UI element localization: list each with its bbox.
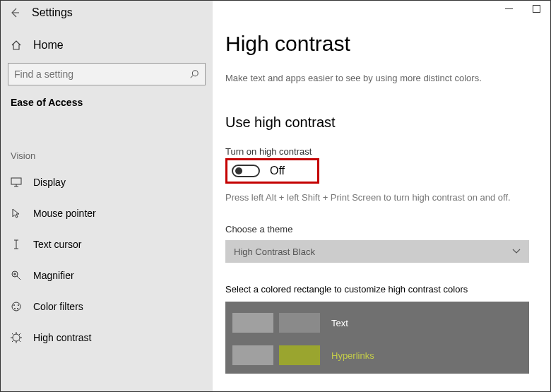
choose-theme-label: Choose a theme <box>225 224 550 234</box>
svg-point-17 <box>17 308 18 309</box>
svg-point-13 <box>12 302 20 311</box>
text-bg-swatch[interactable] <box>279 313 320 333</box>
high-contrast-icon <box>11 332 23 343</box>
swatch-label-hyperlinks: Hyperlinks <box>331 350 374 361</box>
text-cursor-icon <box>11 239 23 250</box>
page-title: High contrast <box>225 32 550 56</box>
home-icon <box>11 40 23 51</box>
color-filters-icon <box>11 301 23 312</box>
page-subtitle: Make text and apps easier to see by usin… <box>225 73 550 83</box>
sidebar-item-text-cursor[interactable]: Text cursor <box>1 229 213 260</box>
toggle-state-label: Off <box>270 165 285 177</box>
svg-line-24 <box>19 340 20 342</box>
search-input[interactable] <box>8 63 206 85</box>
svg-line-10 <box>17 276 20 280</box>
home-label: Home <box>33 39 64 52</box>
svg-line-2 <box>191 76 194 78</box>
cursor-icon <box>11 208 23 219</box>
magnifier-icon <box>11 270 23 281</box>
theme-selected-value: High Contrast Black <box>234 247 315 257</box>
svg-line-23 <box>12 333 13 335</box>
svg-point-14 <box>13 304 15 306</box>
home-nav[interactable]: Home <box>1 25 213 63</box>
sidebar-item-label: Text cursor <box>33 239 81 250</box>
sidebar-item-label: Mouse pointer <box>33 208 96 219</box>
customize-label: Select a colored rectangle to customize … <box>225 284 550 295</box>
svg-point-16 <box>14 308 16 309</box>
sidebar-item-magnifier[interactable]: Magnifier <box>1 260 213 291</box>
svg-rect-28 <box>533 6 540 13</box>
sidebar-item-label: High contrast <box>33 332 91 343</box>
turn-on-label: Turn on high contrast <box>225 146 550 157</box>
svg-point-18 <box>13 334 20 341</box>
swatch-label-text: Text <box>331 318 348 328</box>
svg-rect-3 <box>11 178 21 184</box>
section-label: Vision <box>1 108 213 167</box>
svg-point-15 <box>18 304 19 306</box>
chevron-down-icon <box>512 249 521 254</box>
svg-point-1 <box>192 71 198 76</box>
toggle-highlight: Off <box>225 158 319 184</box>
main-content: High contrast Make text and apps easier … <box>213 1 550 391</box>
color-row-text: Text <box>232 311 522 334</box>
hyperlink-fg-swatch[interactable] <box>232 345 273 365</box>
sidebar: Settings Home Ease of Access Vision Disp… <box>1 1 213 391</box>
color-customize-panel: Text Hyperlinks <box>225 302 529 374</box>
text-fg-swatch[interactable] <box>232 313 273 333</box>
minimize-button[interactable] <box>505 5 513 13</box>
sidebar-item-color-filters[interactable]: Color filters <box>1 291 213 322</box>
high-contrast-toggle[interactable] <box>232 165 260 177</box>
app-title: Settings <box>32 6 73 19</box>
sidebar-item-display[interactable]: Display <box>1 167 213 198</box>
sidebar-item-label: Magnifier <box>33 270 74 281</box>
sidebar-item-mouse-pointer[interactable]: Mouse pointer <box>1 198 213 229</box>
sidebar-item-high-contrast[interactable]: High contrast <box>1 322 213 353</box>
back-button[interactable] <box>9 7 20 18</box>
theme-dropdown[interactable]: High Contrast Black <box>225 240 529 263</box>
search-field[interactable] <box>14 69 189 80</box>
svg-line-25 <box>12 340 13 342</box>
search-icon <box>189 69 199 79</box>
group-title: Ease of Access <box>1 95 213 108</box>
maximize-button[interactable] <box>533 5 540 13</box>
display-icon <box>11 177 23 187</box>
sidebar-item-label: Display <box>33 177 66 188</box>
color-row-hyperlinks: Hyperlinks <box>232 344 522 367</box>
toggle-knob <box>235 167 242 174</box>
hyperlink-bg-swatch[interactable] <box>279 345 320 365</box>
sidebar-item-label: Color filters <box>33 301 83 312</box>
use-high-contrast-heading: Use high contrast <box>225 114 550 131</box>
shortcut-hint: Press left Alt + left Shift + Print Scre… <box>225 192 550 203</box>
svg-line-26 <box>19 333 20 335</box>
